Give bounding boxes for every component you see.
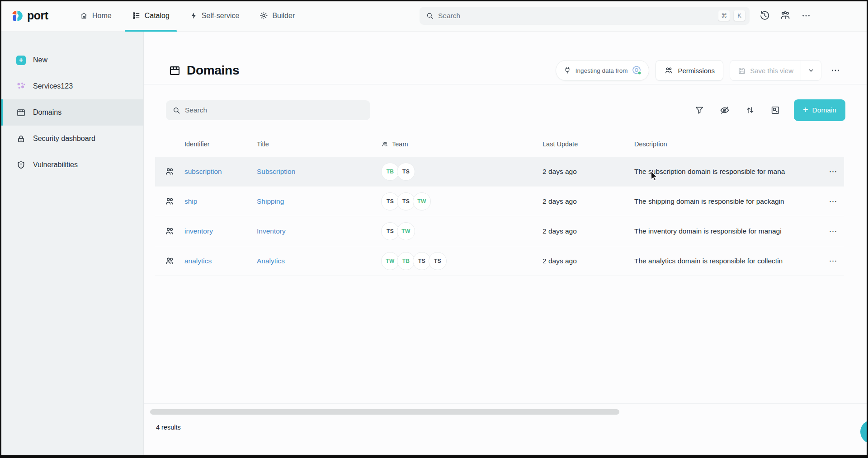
identifier-link[interactable]: analytics bbox=[184, 257, 257, 265]
col-identifier[interactable]: Identifier bbox=[184, 140, 257, 148]
add-domain-label: Domain bbox=[812, 106, 836, 114]
table-tools bbox=[693, 104, 781, 116]
title-link[interactable]: Shipping bbox=[257, 197, 381, 206]
col-description[interactable]: Description bbox=[634, 140, 822, 148]
sort-button[interactable] bbox=[744, 104, 756, 116]
history-button[interactable] bbox=[759, 10, 770, 22]
title-link[interactable]: Subscription bbox=[257, 168, 381, 176]
window-bottom-shadow bbox=[144, 453, 868, 458]
team-badge[interactable]: TB bbox=[397, 252, 415, 270]
permissions-button[interactable]: Permissions bbox=[656, 60, 723, 81]
add-domain-button[interactable]: + Domain bbox=[794, 99, 845, 121]
k-keycap: K bbox=[734, 10, 745, 21]
table-row[interactable]: subscription Subscription TB TS 2 days a… bbox=[155, 157, 844, 187]
sidebar-item-vulnerabilities[interactable]: Vulnerabilities bbox=[0, 152, 143, 178]
sidebar-item-label: Security dashboard bbox=[33, 135, 95, 143]
table-row[interactable]: inventory Inventory TS TW 2 days ago The… bbox=[155, 216, 844, 246]
description-cell: The shipping domain is responsible for p… bbox=[634, 197, 822, 206]
col-team[interactable]: Team bbox=[381, 140, 542, 148]
tab-self-service[interactable]: Self-service bbox=[190, 0, 240, 31]
identifier-link[interactable]: subscription bbox=[184, 168, 257, 176]
description-cell: The subscription domain is responsible f… bbox=[634, 168, 822, 176]
page-more-button[interactable] bbox=[828, 61, 843, 79]
sidebar-item-label: Services123 bbox=[33, 82, 73, 90]
last-update-cell: 2 days ago bbox=[542, 197, 634, 206]
more-icon bbox=[830, 65, 840, 75]
history-icon bbox=[760, 10, 770, 21]
team-badge[interactable]: TW bbox=[397, 222, 415, 240]
catalog-search-input[interactable] bbox=[185, 106, 365, 114]
team-badge[interactable]: TS bbox=[397, 163, 415, 181]
title-link[interactable]: Inventory bbox=[257, 227, 381, 235]
gear-icon bbox=[259, 11, 268, 20]
save-view-button[interactable]: Save this view bbox=[730, 61, 801, 80]
team-badge[interactable]: TB bbox=[381, 163, 399, 181]
col-title[interactable]: Title bbox=[257, 140, 381, 148]
group-by-button[interactable] bbox=[769, 104, 781, 116]
org-members-button[interactable] bbox=[779, 10, 791, 22]
tab-label: Home bbox=[92, 12, 112, 20]
team-icon bbox=[381, 140, 388, 148]
table-row[interactable]: ship Shipping TS TS TW 2 days ago The sh… bbox=[155, 187, 844, 216]
last-update-cell: 2 days ago bbox=[542, 257, 634, 265]
brand-name: port bbox=[27, 9, 48, 22]
navbar-more-button[interactable] bbox=[800, 10, 812, 22]
nav-tabs: Home Catalog Self-service Builder bbox=[80, 0, 295, 31]
main-content: Domains Ingesting data from bbox=[144, 32, 868, 458]
page-header: Domains Ingesting data from bbox=[144, 59, 868, 82]
row-more-button[interactable]: ⋯ bbox=[822, 256, 844, 266]
domain-entity-icon bbox=[165, 226, 184, 236]
permissions-label: Permissions bbox=[678, 67, 715, 75]
table-header: Identifier Title Team Last Update Descri… bbox=[155, 131, 844, 157]
divider bbox=[144, 84, 868, 84]
tab-home[interactable]: Home bbox=[80, 0, 112, 31]
identifier-link[interactable]: inventory bbox=[184, 227, 257, 235]
plug-icon bbox=[563, 66, 571, 75]
row-more-button[interactable]: ⋯ bbox=[822, 196, 844, 206]
results-count: 4 results bbox=[156, 424, 181, 431]
port-logo-icon bbox=[11, 9, 24, 22]
identifier-link[interactable]: ship bbox=[184, 197, 257, 206]
sidebar-item-security-dashboard[interactable]: Security dashboard bbox=[0, 126, 143, 152]
team-badge[interactable]: TS bbox=[381, 192, 399, 210]
row-more-button[interactable]: ⋯ bbox=[822, 226, 844, 236]
filter-button[interactable] bbox=[693, 104, 705, 116]
tab-label: Catalog bbox=[145, 12, 170, 20]
team-badge[interactable]: TS bbox=[381, 222, 399, 240]
sidebar-item-domains[interactable]: Domains bbox=[0, 99, 143, 126]
global-search-input[interactable] bbox=[438, 12, 714, 20]
save-view-dropdown-button[interactable] bbox=[801, 61, 821, 80]
hide-columns-button[interactable] bbox=[719, 104, 731, 116]
horizontal-scrollbar[interactable] bbox=[150, 409, 619, 415]
title-link[interactable]: Analytics bbox=[257, 257, 381, 265]
sidebar-item-new[interactable]: + New bbox=[0, 47, 143, 73]
sidebar-item-label: Domains bbox=[33, 108, 61, 117]
row-more-button[interactable]: ⋯ bbox=[822, 167, 844, 177]
team-badges: TB TS bbox=[381, 163, 542, 181]
search-icon bbox=[426, 12, 434, 20]
team-badges: TS TS TW bbox=[381, 192, 542, 210]
cmd-keycap: ⌘ bbox=[718, 10, 730, 21]
team-badge[interactable]: TS bbox=[397, 192, 415, 210]
save-icon bbox=[737, 66, 746, 75]
port-logo[interactable]: port bbox=[11, 9, 80, 22]
page-title: Domains bbox=[187, 63, 239, 78]
global-search[interactable]: ⌘ K bbox=[420, 7, 750, 25]
grid-table-icon bbox=[169, 65, 181, 77]
catalog-icon bbox=[132, 11, 141, 20]
sidebar: + New Services123 Domains Security dashb… bbox=[0, 32, 144, 458]
tab-catalog[interactable]: Catalog bbox=[132, 0, 170, 31]
team-badge[interactable]: TS bbox=[429, 252, 447, 270]
catalog-search[interactable] bbox=[166, 100, 370, 120]
team-badge[interactable]: TS bbox=[413, 252, 431, 270]
chevron-down-icon bbox=[807, 67, 815, 74]
table-row[interactable]: analytics Analytics TW TB TS TS 2 days a… bbox=[155, 246, 844, 276]
ingesting-data-button[interactable]: Ingesting data from bbox=[556, 60, 650, 81]
search-icon bbox=[172, 106, 181, 115]
team-badge[interactable]: TW bbox=[381, 252, 399, 270]
tab-builder[interactable]: Builder bbox=[259, 0, 295, 31]
team-badge[interactable]: TW bbox=[413, 192, 431, 210]
col-last-update[interactable]: Last Update bbox=[542, 140, 634, 148]
sidebar-item-services123[interactable]: Services123 bbox=[0, 73, 143, 99]
domain-entity-icon bbox=[165, 196, 184, 206]
